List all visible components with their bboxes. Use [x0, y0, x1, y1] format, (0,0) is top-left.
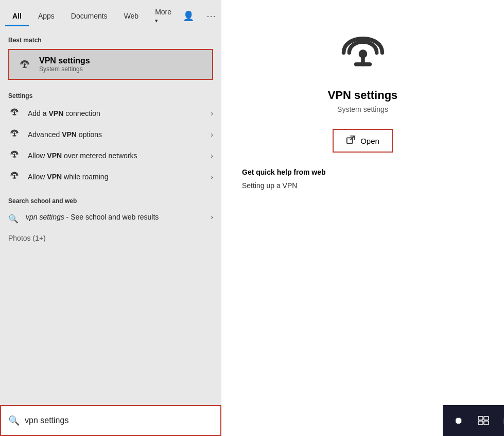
best-match-label: Best match: [0, 31, 221, 47]
taskbar-explorer-icon[interactable]: 🗂: [497, 410, 504, 431]
quick-help-link[interactable]: Setting up a VPN: [221, 181, 297, 190]
vpn-detail-title: VPN settings: [328, 89, 398, 102]
list-item-text-4: Allow VPN while roaming: [28, 173, 211, 181]
open-button-container: Open: [333, 129, 393, 153]
taskbar-taskview-icon[interactable]: [473, 410, 494, 431]
search-bar: 🔍: [0, 405, 221, 436]
best-match-subtitle: System settings: [39, 65, 90, 73]
svg-rect-10: [484, 421, 489, 425]
tab-apps[interactable]: Apps: [31, 8, 62, 24]
list-item-text-2: Advanced VPN options: [28, 130, 211, 139]
ellipsis-icon[interactable]: ⋯: [204, 8, 218, 24]
search-web-text: vpn settings - See school and web result…: [26, 213, 211, 221]
taskbar-start-icon[interactable]: ⏺: [448, 410, 470, 431]
arrow-icon-3: ›: [211, 152, 213, 160]
arrow-icon-1: ›: [211, 109, 213, 118]
vpn-icon-3: [8, 150, 21, 161]
vpn-icon-1: [8, 108, 21, 119]
vpn-icon-2: [8, 129, 21, 140]
list-item-text-1: Add a VPN connection: [28, 109, 211, 118]
person-icon[interactable]: 👤: [181, 8, 196, 24]
vpn-big-icon: [337, 31, 389, 78]
vpn-icon-small: [18, 56, 32, 73]
open-icon: [346, 135, 355, 146]
tab-all[interactable]: All: [5, 8, 29, 24]
vpn-detail-subtitle: System settings: [337, 105, 388, 113]
search-icon: 🔍: [8, 214, 19, 224]
tabs-row: All Apps Documents Web More ▾ 👤 ⋯: [0, 0, 221, 31]
best-match-item[interactable]: VPN settings System settings: [8, 49, 213, 80]
taskbar: ⏺ 🗂 ⌨ ✉ 🌐 🛍 🎨 🌍: [443, 405, 504, 436]
settings-section: Settings Add a VPN connection ›: [0, 82, 221, 192]
best-match-wrapper: VPN settings System settings: [0, 47, 221, 82]
search-bar-icon: 🔍: [8, 415, 20, 426]
search-web-item[interactable]: 🔍 vpn settings - See school and web resu…: [0, 208, 221, 229]
list-item-add-vpn[interactable]: Add a VPN connection ›: [0, 103, 221, 124]
list-item-advanced-vpn[interactable]: Advanced VPN options ›: [0, 124, 221, 145]
right-panel: VPN settings System settings Open Get qu…: [221, 0, 504, 436]
search-panel: All Apps Documents Web More ▾ 👤 ⋯ Best m…: [0, 0, 221, 436]
search-web-label: Search school and web: [0, 192, 221, 208]
quick-help-title: Get quick help from web: [221, 168, 326, 176]
arrow-icon-4: ›: [211, 173, 213, 181]
list-item-allow-vpn-metered[interactable]: Allow VPN over metered networks ›: [0, 145, 221, 166]
list-item-text-3: Allow VPN over metered networks: [28, 152, 211, 160]
chevron-down-icon: ▾: [155, 18, 158, 24]
best-match-title: VPN settings: [39, 56, 90, 65]
svg-rect-7: [478, 416, 483, 420]
tab-more[interactable]: More ▾: [148, 4, 179, 28]
tab-web[interactable]: Web: [117, 8, 146, 24]
open-label: Open: [360, 137, 379, 145]
vpn-icon-4: [8, 171, 21, 182]
arrow-icon-web: ›: [211, 213, 213, 221]
photos-section[interactable]: Photos (1+): [0, 229, 221, 247]
tab-documents[interactable]: Documents: [64, 8, 115, 24]
settings-section-label: Settings: [0, 87, 221, 103]
open-button[interactable]: Open: [334, 130, 392, 152]
svg-rect-9: [478, 421, 483, 425]
best-match-text: VPN settings System settings: [39, 56, 90, 73]
search-input[interactable]: [25, 416, 213, 425]
svg-rect-8: [484, 416, 489, 420]
tabs-right-icons: 👤 ⋯: [181, 8, 218, 24]
content-area: Best match VPN settings: [0, 31, 221, 405]
arrow-icon-2: ›: [211, 130, 213, 139]
list-item-allow-vpn-roaming[interactable]: Allow VPN while roaming ›: [0, 166, 221, 187]
